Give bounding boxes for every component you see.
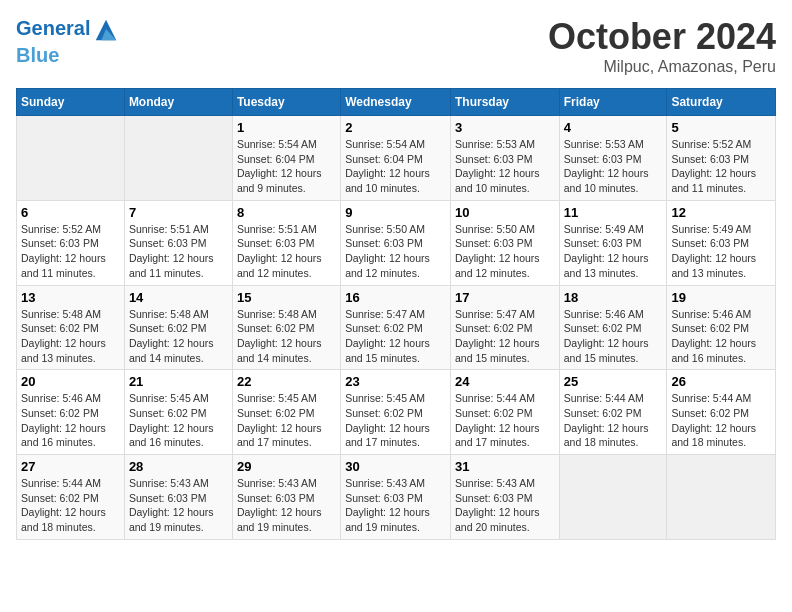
day-info: Sunrise: 5:43 AM Sunset: 6:03 PM Dayligh… (129, 476, 228, 535)
week-row-1: 1Sunrise: 5:54 AM Sunset: 6:04 PM Daylig… (17, 116, 776, 201)
day-number: 25 (564, 374, 663, 389)
week-row-5: 27Sunrise: 5:44 AM Sunset: 6:02 PM Dayli… (17, 455, 776, 540)
day-number: 27 (21, 459, 120, 474)
day-number: 22 (237, 374, 336, 389)
day-number: 18 (564, 290, 663, 305)
day-info: Sunrise: 5:43 AM Sunset: 6:03 PM Dayligh… (345, 476, 446, 535)
calendar-cell: 11Sunrise: 5:49 AM Sunset: 6:03 PM Dayli… (559, 200, 667, 285)
calendar-cell: 25Sunrise: 5:44 AM Sunset: 6:02 PM Dayli… (559, 370, 667, 455)
col-header-thursday: Thursday (450, 89, 559, 116)
calendar-cell: 31Sunrise: 5:43 AM Sunset: 6:03 PM Dayli… (450, 455, 559, 540)
calendar-cell: 27Sunrise: 5:44 AM Sunset: 6:02 PM Dayli… (17, 455, 125, 540)
day-number: 23 (345, 374, 446, 389)
day-number: 28 (129, 459, 228, 474)
calendar-cell: 20Sunrise: 5:46 AM Sunset: 6:02 PM Dayli… (17, 370, 125, 455)
calendar-cell: 10Sunrise: 5:50 AM Sunset: 6:03 PM Dayli… (450, 200, 559, 285)
day-number: 14 (129, 290, 228, 305)
day-info: Sunrise: 5:54 AM Sunset: 6:04 PM Dayligh… (345, 137, 446, 196)
calendar-cell (17, 116, 125, 201)
calendar-cell: 29Sunrise: 5:43 AM Sunset: 6:03 PM Dayli… (232, 455, 340, 540)
day-number: 2 (345, 120, 446, 135)
col-header-saturday: Saturday (667, 89, 776, 116)
calendar-cell: 15Sunrise: 5:48 AM Sunset: 6:02 PM Dayli… (232, 285, 340, 370)
calendar-cell: 19Sunrise: 5:46 AM Sunset: 6:02 PM Dayli… (667, 285, 776, 370)
day-number: 4 (564, 120, 663, 135)
day-number: 7 (129, 205, 228, 220)
day-info: Sunrise: 5:52 AM Sunset: 6:03 PM Dayligh… (671, 137, 771, 196)
week-row-4: 20Sunrise: 5:46 AM Sunset: 6:02 PM Dayli… (17, 370, 776, 455)
col-header-tuesday: Tuesday (232, 89, 340, 116)
col-header-monday: Monday (124, 89, 232, 116)
calendar-cell: 17Sunrise: 5:47 AM Sunset: 6:02 PM Dayli… (450, 285, 559, 370)
day-info: Sunrise: 5:49 AM Sunset: 6:03 PM Dayligh… (564, 222, 663, 281)
calendar-cell: 30Sunrise: 5:43 AM Sunset: 6:03 PM Dayli… (341, 455, 451, 540)
day-number: 30 (345, 459, 446, 474)
calendar-cell: 4Sunrise: 5:53 AM Sunset: 6:03 PM Daylig… (559, 116, 667, 201)
calendar-cell: 16Sunrise: 5:47 AM Sunset: 6:02 PM Dayli… (341, 285, 451, 370)
day-info: Sunrise: 5:48 AM Sunset: 6:02 PM Dayligh… (129, 307, 228, 366)
day-number: 8 (237, 205, 336, 220)
calendar-cell: 21Sunrise: 5:45 AM Sunset: 6:02 PM Dayli… (124, 370, 232, 455)
calendar-cell (559, 455, 667, 540)
day-info: Sunrise: 5:51 AM Sunset: 6:03 PM Dayligh… (237, 222, 336, 281)
logo: General Blue (16, 16, 120, 66)
day-info: Sunrise: 5:49 AM Sunset: 6:03 PM Dayligh… (671, 222, 771, 281)
col-header-sunday: Sunday (17, 89, 125, 116)
calendar-cell: 23Sunrise: 5:45 AM Sunset: 6:02 PM Dayli… (341, 370, 451, 455)
day-info: Sunrise: 5:44 AM Sunset: 6:02 PM Dayligh… (455, 391, 555, 450)
header-row: SundayMondayTuesdayWednesdayThursdayFrid… (17, 89, 776, 116)
day-number: 17 (455, 290, 555, 305)
day-info: Sunrise: 5:44 AM Sunset: 6:02 PM Dayligh… (564, 391, 663, 450)
day-number: 26 (671, 374, 771, 389)
day-info: Sunrise: 5:46 AM Sunset: 6:02 PM Dayligh… (564, 307, 663, 366)
calendar-cell (124, 116, 232, 201)
day-number: 12 (671, 205, 771, 220)
day-info: Sunrise: 5:45 AM Sunset: 6:02 PM Dayligh… (345, 391, 446, 450)
day-info: Sunrise: 5:44 AM Sunset: 6:02 PM Dayligh… (671, 391, 771, 450)
day-number: 5 (671, 120, 771, 135)
day-number: 24 (455, 374, 555, 389)
calendar-subtitle: Milpuc, Amazonas, Peru (548, 58, 776, 76)
day-number: 13 (21, 290, 120, 305)
day-number: 31 (455, 459, 555, 474)
day-number: 29 (237, 459, 336, 474)
calendar-title: October 2024 (548, 16, 776, 58)
calendar-cell: 12Sunrise: 5:49 AM Sunset: 6:03 PM Dayli… (667, 200, 776, 285)
day-number: 21 (129, 374, 228, 389)
day-info: Sunrise: 5:43 AM Sunset: 6:03 PM Dayligh… (237, 476, 336, 535)
calendar-cell: 1Sunrise: 5:54 AM Sunset: 6:04 PM Daylig… (232, 116, 340, 201)
calendar-cell: 26Sunrise: 5:44 AM Sunset: 6:02 PM Dayli… (667, 370, 776, 455)
calendar-cell: 7Sunrise: 5:51 AM Sunset: 6:03 PM Daylig… (124, 200, 232, 285)
day-info: Sunrise: 5:45 AM Sunset: 6:02 PM Dayligh… (237, 391, 336, 450)
logo-text: General Blue (16, 16, 120, 66)
calendar-cell: 14Sunrise: 5:48 AM Sunset: 6:02 PM Dayli… (124, 285, 232, 370)
day-info: Sunrise: 5:50 AM Sunset: 6:03 PM Dayligh… (345, 222, 446, 281)
week-row-3: 13Sunrise: 5:48 AM Sunset: 6:02 PM Dayli… (17, 285, 776, 370)
week-row-2: 6Sunrise: 5:52 AM Sunset: 6:03 PM Daylig… (17, 200, 776, 285)
calendar-cell: 24Sunrise: 5:44 AM Sunset: 6:02 PM Dayli… (450, 370, 559, 455)
calendar-cell: 2Sunrise: 5:54 AM Sunset: 6:04 PM Daylig… (341, 116, 451, 201)
calendar-cell: 3Sunrise: 5:53 AM Sunset: 6:03 PM Daylig… (450, 116, 559, 201)
day-info: Sunrise: 5:45 AM Sunset: 6:02 PM Dayligh… (129, 391, 228, 450)
calendar-cell: 22Sunrise: 5:45 AM Sunset: 6:02 PM Dayli… (232, 370, 340, 455)
page-header: General Blue October 2024 Milpuc, Amazon… (16, 16, 776, 76)
calendar-cell: 28Sunrise: 5:43 AM Sunset: 6:03 PM Dayli… (124, 455, 232, 540)
day-number: 20 (21, 374, 120, 389)
calendar-table: SundayMondayTuesdayWednesdayThursdayFrid… (16, 88, 776, 540)
col-header-friday: Friday (559, 89, 667, 116)
day-number: 15 (237, 290, 336, 305)
day-number: 10 (455, 205, 555, 220)
day-info: Sunrise: 5:43 AM Sunset: 6:03 PM Dayligh… (455, 476, 555, 535)
day-info: Sunrise: 5:44 AM Sunset: 6:02 PM Dayligh… (21, 476, 120, 535)
day-info: Sunrise: 5:46 AM Sunset: 6:02 PM Dayligh… (21, 391, 120, 450)
day-info: Sunrise: 5:53 AM Sunset: 6:03 PM Dayligh… (455, 137, 555, 196)
calendar-cell: 13Sunrise: 5:48 AM Sunset: 6:02 PM Dayli… (17, 285, 125, 370)
day-info: Sunrise: 5:47 AM Sunset: 6:02 PM Dayligh… (345, 307, 446, 366)
day-info: Sunrise: 5:47 AM Sunset: 6:02 PM Dayligh… (455, 307, 555, 366)
calendar-cell: 8Sunrise: 5:51 AM Sunset: 6:03 PM Daylig… (232, 200, 340, 285)
day-number: 3 (455, 120, 555, 135)
title-block: October 2024 Milpuc, Amazonas, Peru (548, 16, 776, 76)
day-info: Sunrise: 5:48 AM Sunset: 6:02 PM Dayligh… (21, 307, 120, 366)
calendar-cell: 5Sunrise: 5:52 AM Sunset: 6:03 PM Daylig… (667, 116, 776, 201)
calendar-cell (667, 455, 776, 540)
